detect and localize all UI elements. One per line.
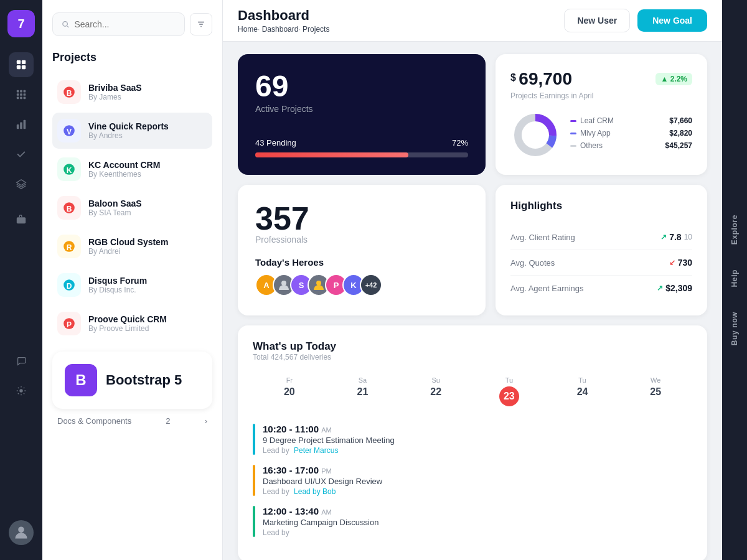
cal-day-label-today: Tu xyxy=(475,376,543,384)
project-by-proove: By Proove Limited xyxy=(88,324,207,333)
cal-day-label-4: Tu xyxy=(548,376,617,384)
content-wrapper: Dashboard Home· Dashboard· Projects New … xyxy=(223,0,722,560)
sidebar-icon-layers[interactable] xyxy=(9,172,34,197)
projects-panel: Projects B Briviba SaaS By James V Vine … xyxy=(42,0,223,560)
project-by-vine: By Andres xyxy=(88,131,207,140)
avatar-more: +42 xyxy=(360,274,382,296)
svg-rect-5 xyxy=(20,90,22,93)
project-item-proove[interactable]: P Proove Quick CRM By Proove Limited xyxy=(52,306,212,342)
sidebar-icon-dashboard[interactable] xyxy=(9,52,34,77)
earnings-badge: ▲ 2.2% xyxy=(655,73,692,85)
legend-value-1: $2,820 xyxy=(669,129,692,138)
project-name-rgb: RGB Cloud System xyxy=(88,237,207,247)
svg-rect-10 xyxy=(17,97,19,100)
project-info-vine: Vine Quick Reports By Andres xyxy=(88,121,207,140)
project-name-baloon: Baloon SaaS xyxy=(88,198,207,208)
highlight-row-2: Avg. Agent Earnings ↗ $2,309 xyxy=(510,276,692,301)
cal-day-0[interactable]: Fr 20 xyxy=(253,371,326,411)
search-icon xyxy=(62,20,69,29)
earnings-dollar: $ xyxy=(510,72,516,83)
event-title-1: Dashboard UI/UX Design Review xyxy=(263,477,382,486)
project-logo-vine: V xyxy=(57,119,81,142)
sidebar-icon-check[interactable] xyxy=(9,142,34,167)
event-title-0: 9 Degree Project Estimation Meeting xyxy=(263,436,395,445)
project-by-rgb: By Andrei xyxy=(88,247,207,256)
earnings-subtitle: Projects Earnings in April xyxy=(510,91,692,100)
professionals-card: 357 Professionals Today's Heroes A S P K… xyxy=(238,185,486,315)
project-info-kc: KC Account CRM By Keenthemes xyxy=(88,160,207,179)
svg-rect-2 xyxy=(17,65,21,69)
project-item-kc[interactable]: K KC Account CRM By Keenthemes xyxy=(52,151,212,187)
svg-rect-4 xyxy=(17,90,19,93)
project-list: B Briviba SaaS By James V Vine Quick Rep… xyxy=(52,74,212,342)
svg-rect-1 xyxy=(22,60,26,64)
cal-day-num-0: 20 xyxy=(255,386,324,398)
cal-day-today[interactable]: Tu 23 xyxy=(472,371,546,411)
filter-button[interactable] xyxy=(190,13,212,35)
search-input[interactable] xyxy=(74,19,176,29)
svg-point-36 xyxy=(281,281,286,286)
new-user-button[interactable]: New User xyxy=(564,9,630,32)
user-avatar[interactable] xyxy=(9,520,34,545)
sidebar-icon-settings[interactable] xyxy=(9,378,34,403)
event-title-2: Marketing Campaign Discussion xyxy=(263,518,378,527)
project-item-briviba[interactable]: B Briviba SaaS By James xyxy=(52,74,212,110)
svg-text:K: K xyxy=(67,166,72,175)
new-goal-button[interactable]: New Goal xyxy=(637,9,707,32)
explore-tab[interactable]: Explore xyxy=(724,202,745,257)
up-arrow-2: ↗ xyxy=(657,284,663,292)
svg-rect-12 xyxy=(24,97,26,100)
cal-day-2[interactable]: Su 22 xyxy=(399,371,472,411)
dashboard-area: 69 Active Projects 43 Pending 72% xyxy=(223,42,722,560)
progress-bar-bg xyxy=(255,152,468,157)
project-item-vine[interactable]: V Vine Quick Reports By Andres xyxy=(52,113,212,149)
sidebar-icon-chat[interactable] xyxy=(9,348,34,373)
donut-chart xyxy=(510,110,560,160)
cal-day-5[interactable]: We 25 xyxy=(619,371,692,411)
avatars-row: A S P K +42 xyxy=(255,274,468,296)
event-lead-link-1[interactable]: Lead by Bob xyxy=(294,487,336,496)
svg-point-17 xyxy=(19,389,22,392)
cal-day-4[interactable]: Tu 24 xyxy=(546,371,619,411)
bootstrap-card[interactable]: B Bootstrap 5 xyxy=(52,352,212,409)
event-lead-link-0[interactable]: Peter Marcus xyxy=(294,446,338,455)
header-left: Dashboard Home· Dashboard· Projects xyxy=(238,7,329,34)
svg-text:B: B xyxy=(67,205,72,213)
sidebar-icon-chart[interactable] xyxy=(9,112,34,137)
app-avatar[interactable]: 7 xyxy=(7,10,35,37)
project-logo-baloon: B xyxy=(57,196,81,220)
buy-now-tab[interactable]: Buy now xyxy=(724,299,745,358)
schedule-header: What's up Today Total 424,567 deliveries xyxy=(253,340,692,362)
projects-header: Projects xyxy=(52,51,212,64)
chevron-right-icon: › xyxy=(205,416,207,426)
earnings-card: $ 69,700 ▲ 2.2% Projects Earnings in Apr… xyxy=(496,54,707,175)
highlight-name-1: Avg. Quotes xyxy=(510,258,555,268)
svg-rect-0 xyxy=(17,60,21,64)
legend-item-2: Others $45,257 xyxy=(570,141,692,150)
svg-rect-15 xyxy=(24,120,26,129)
breadcrumb-dash: Dashboard xyxy=(262,25,299,34)
cal-day-label-2: Su xyxy=(402,376,470,384)
project-by-disqus: By Disqus Inc. xyxy=(88,286,207,294)
event-lead-2: Lead by xyxy=(263,528,378,537)
event-content-2: 12:00 - 13:40 AM Marketing Campaign Disc… xyxy=(263,506,378,537)
search-wrapper[interactable] xyxy=(52,12,185,36)
project-item-baloon[interactable]: B Baloon SaaS By SIA Team xyxy=(52,190,212,226)
schedule-subtitle: Total 424,567 deliveries xyxy=(253,353,692,362)
cal-day-1[interactable]: Sa 21 xyxy=(326,371,400,411)
project-logo-briviba: B xyxy=(57,80,81,104)
schedule-title: What's up Today xyxy=(253,340,692,353)
earnings-top: $ 69,700 ▲ 2.2% xyxy=(510,69,692,89)
help-tab[interactable]: Help xyxy=(724,257,745,299)
project-logo-kc: K xyxy=(57,157,81,181)
event-content-1: 16:30 - 17:00 PM Dashboard UI/UX Design … xyxy=(263,465,382,496)
down-arrow-1: ↙ xyxy=(669,258,675,267)
project-by-briviba: By James xyxy=(88,93,207,101)
pending-label: 43 Pending xyxy=(255,138,296,147)
event-item-0: 10:20 - 11:00 AM 9 Degree Project Estima… xyxy=(253,424,692,455)
sidebar-icon-briefcase[interactable] xyxy=(9,207,34,231)
project-item-rgb[interactable]: R RGB Cloud System By Andrei xyxy=(52,228,212,264)
sidebar-icon-grid[interactable] xyxy=(9,82,34,107)
project-item-disqus[interactable]: D Disqus Forum By Disqus Inc. xyxy=(52,267,212,303)
breadcrumb-current: Projects xyxy=(303,25,329,34)
